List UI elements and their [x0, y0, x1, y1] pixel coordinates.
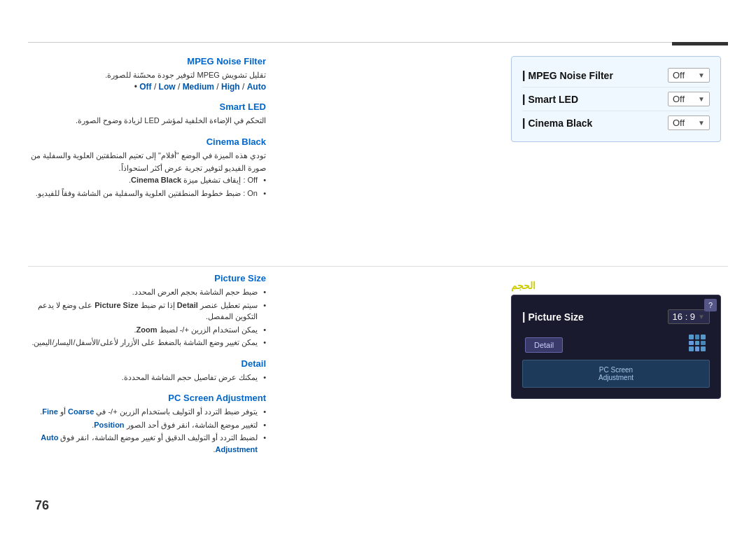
- mpeg-body-text: تقليل تشويش MPEG لتوفير جودة محسّنة للصو…: [28, 69, 266, 82]
- top-right-panel: MPEG Noise Filter Off ▼ Smart LED Off ▼ …: [511, 56, 728, 142]
- pc-screen-adjustment-label: PC Screen: [528, 366, 704, 374]
- bottom-right-panel: الحجم ? Picture Size 16 : 9 ▼ Detail: [511, 280, 735, 399]
- picture-size-ui-select[interactable]: 16 : 9 ▼: [668, 309, 710, 324]
- smart-led-section-title: Smart LED: [28, 101, 266, 112]
- picture-size-section-title: Picture Size: [28, 273, 266, 283]
- smart-led-body-text: التحكم في الإضاءة الخلفية لمؤشر LED لزيا…: [28, 115, 266, 127]
- cinema-black-body-text: تودي هذه الميزة في الوضع "أفلام" إلى تعت…: [28, 150, 266, 174]
- picture-size-bullet-4: يمكن تغيير وضع الشاشة بالضغط على الأزرار…: [28, 337, 266, 349]
- pc-screen-bullet-2: لتغيير موضع الشاشة، انقر فوق أحد الصور P…: [28, 419, 266, 431]
- high-option: High: [221, 82, 240, 92]
- smart-led-value: Off: [673, 94, 685, 104]
- cinema-black-value: Off: [673, 118, 685, 128]
- content-bottom-left: Picture Size ضبط حجم الشاشة بحجم العرض ا…: [28, 273, 266, 456]
- cinema-black-select[interactable]: Off ▼: [668, 115, 710, 130]
- picture-size-ui-box: ? Picture Size 16 : 9 ▼ Detail: [511, 295, 721, 399]
- picture-size-bullet-1: ضبط حجم الشاشة بحجم العرض المحدد.: [28, 286, 266, 298]
- size-ar-label: الحجم: [511, 280, 735, 291]
- smart-led-select[interactable]: Off ▼: [668, 92, 710, 106]
- picture-size-ui-label: Picture Size: [522, 311, 584, 323]
- low-option: Low: [159, 82, 176, 92]
- pc-screen-bullet-3: لضبط التردد أو التوليف الدقيق أو تغيير م…: [28, 432, 266, 455]
- picture-size-ui-row: Picture Size 16 : 9 ▼: [522, 306, 710, 328]
- cinema-black-section-title: Cinema Black: [28, 136, 266, 147]
- auto-option: Auto: [247, 82, 266, 92]
- pc-screen-adjustment-sublabel: Adjustment: [528, 374, 704, 381]
- detail-bullet: يمكنك عرض تفاصيل حجم الشاشة المحددة.: [28, 372, 266, 384]
- smart-led-label: Smart LED: [522, 93, 578, 106]
- mpeg-options-line: Off / Low / Medium / High / Auto •: [28, 82, 266, 92]
- right-accent: [672, 42, 728, 45]
- picture-size-bullet-3: يمكن استخدام الزرين +/- لضبط Zoom.: [28, 324, 266, 336]
- content-top-left: MPEG Noise Filter تقليل تشويش MPEG لتوفي…: [28, 56, 266, 200]
- picture-size-ui-value: 16 : 9: [673, 311, 696, 322]
- smart-led-dropdown-arrow: ▼: [698, 95, 705, 103]
- detail-button[interactable]: Detail: [525, 337, 563, 353]
- grid-icon: [687, 333, 707, 353]
- cinema-black-dropdown-arrow: ▼: [698, 119, 705, 127]
- page-number: 76: [35, 498, 49, 513]
- help-badge[interactable]: ?: [704, 299, 717, 311]
- picture-size-dropdown-arrow: ▼: [698, 313, 705, 321]
- top-border: [28, 42, 728, 43]
- mpeg-settings-box: MPEG Noise Filter Off ▼ Smart LED Off ▼ …: [511, 56, 721, 142]
- middle-separator: [28, 266, 728, 267]
- mpeg-noise-filter-select[interactable]: Off ▼: [668, 68, 710, 83]
- cinema-off-bullet: Off : إيقاف تشغيل ميزة Cinema Black.: [28, 174, 266, 186]
- smart-led-row: Smart LED Off ▼: [522, 87, 710, 111]
- cinema-black-label: Cinema Black: [522, 117, 592, 129]
- cinema-on-bullet: On : ضبط خطوط المنطقتين العلوية والسفلية…: [28, 188, 266, 199]
- mpeg-noise-filter-row: MPEG Noise Filter Off ▼: [522, 64, 710, 87]
- off-option: Off: [139, 82, 151, 92]
- mpeg-section-title: MPEG Noise Filter: [28, 56, 266, 66]
- picture-size-bullet-2: سيتم تعطيل عنصر Detail إذا تم ضبط Pictur…: [28, 300, 266, 323]
- mpeg-dropdown-arrow: ▼: [698, 71, 705, 79]
- mpeg-noise-filter-label: MPEG Noise Filter: [522, 69, 613, 82]
- cinema-black-row: Cinema Black Off ▼: [522, 111, 710, 134]
- pc-screen-bullet-1: يتوفر ضبط التردد أو التوليف باستخدام الز…: [28, 406, 266, 418]
- medium-option: Medium: [183, 82, 214, 92]
- mpeg-noise-filter-value: Off: [673, 70, 685, 80]
- detail-section-title: Detail: [28, 358, 266, 369]
- pc-screen-section-title: PC Screen Adjustment: [28, 393, 266, 403]
